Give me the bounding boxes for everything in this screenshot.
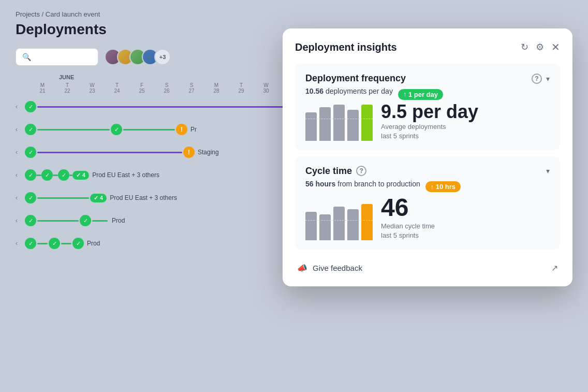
row-label-staging: Staging (198, 149, 219, 156)
cycle-bar-2 (319, 214, 331, 240)
cycle-dashed-line (305, 220, 373, 221)
cycle-bar-5-orange (361, 204, 373, 240)
day-W-30: W30 (254, 82, 278, 94)
day-M-21: M21 (30, 82, 55, 94)
cycle-time-help-icon[interactable]: ? (356, 166, 366, 176)
stat-big-cycle: 46 (381, 194, 435, 222)
row-label-prod-eu-2: Prod EU East + 3 others (110, 194, 177, 201)
deployment-frequency-card: Deployment frequency ? ▾ 10.56 deploymen… (295, 64, 560, 150)
cycle-bar-chart (305, 204, 373, 240)
check-node-9: ✓ (41, 169, 53, 181)
day-T-22: T22 (55, 82, 80, 94)
stat-big-deployments: 9.5 per day (381, 101, 478, 122)
day-M-28: M28 (204, 82, 229, 94)
refresh-icon[interactable]: ↻ (521, 41, 528, 53)
cycle-time-stat: 46 Median cycle timelast 5 sprints (381, 194, 435, 240)
cycle-time-trend-badge: ↑ 10 hrs (425, 181, 461, 192)
bar-4 (347, 110, 359, 141)
cycle-time-card: Cycle time ? ▾ 56 hours from branch to p… (295, 156, 560, 250)
deployment-insights-panel: Deployment insights ↻ ⚙ ✕ Deployment fre… (283, 28, 572, 286)
check-node-5: ✓ (25, 124, 36, 135)
bar-chart (305, 105, 373, 141)
cycle-time-title: Cycle time (305, 166, 352, 177)
cycle-time-chart (305, 204, 373, 240)
cycle-bar-4 (347, 209, 359, 240)
june-label: JUNE (33, 74, 306, 80)
dashed-line (305, 119, 373, 119)
cycle-time-card-body: 46 Median cycle timelast 5 sprints (305, 194, 550, 240)
chevron-down-icon[interactable]: ▾ (546, 75, 550, 83)
day-S-26: S26 (154, 82, 179, 94)
chevron-left-icon: ‹ (16, 217, 25, 224)
chevron-left-icon: ‹ (16, 240, 25, 247)
cycle-time-subtitle-row: 56 hours from branch to production ↑ 10 … (305, 180, 550, 194)
help-icon[interactable]: ? (532, 74, 542, 84)
bar-1 (305, 112, 317, 141)
feedback-text[interactable]: Give feedback (313, 264, 362, 272)
day-S-27: S27 (179, 82, 204, 94)
trend-up-icon: ↑ (403, 91, 406, 98)
close-icon[interactable]: ✕ (551, 41, 560, 53)
cycle-time-chevron-icon[interactable]: ▾ (546, 167, 550, 175)
chart-stat: 9.5 per day Average deploymentslast 5 sp… (381, 101, 478, 141)
warn-node-2: ! (183, 147, 195, 158)
card-body: 9.5 per day Average deploymentslast 5 sp… (305, 101, 550, 141)
check-node-13: ✓ (80, 215, 91, 226)
chevron-left-icon: ‹ (16, 103, 25, 110)
chevron-left-icon: ‹ (16, 194, 25, 201)
cycle-time-subtitle: 56 hours from branch to production (305, 180, 420, 188)
day-T-29: T29 (229, 82, 254, 94)
search-box[interactable]: 🔍 (16, 48, 98, 66)
avatars: +3 (105, 49, 171, 65)
day-F-25: F25 (129, 82, 154, 94)
settings-icon[interactable]: ⚙ (536, 41, 544, 53)
check-node-16: ✓ (72, 238, 84, 249)
check-node-15: ✓ (49, 238, 60, 249)
check-node-7: ✓ (25, 147, 36, 158)
cycle-bar-1 (305, 212, 317, 240)
chevron-left-icon: ‹ (16, 171, 25, 179)
feedback-row: 📣 Give feedback ↗ (295, 256, 560, 274)
check-node-8: ✓ (25, 169, 36, 181)
card-header: Deployment frequency ? ▾ (305, 73, 550, 84)
stat-sub-deployments: Average deploymentslast 5 sprints (381, 122, 478, 141)
feedback-left: 📣 Give feedback (297, 263, 362, 273)
panel-actions: ↻ ⚙ ✕ (521, 41, 560, 53)
bar-3 (333, 105, 345, 141)
row-label-prod-1: Prod (112, 217, 125, 224)
search-icon: 🔍 (22, 53, 31, 61)
trend-label: 1 per day (408, 91, 438, 98)
chevron-left-icon: ‹ (16, 126, 25, 133)
card-header-right: ? ▾ (532, 74, 550, 84)
row-label-prod-2: Prod (87, 240, 100, 247)
stat-sub-cycle: Median cycle timelast 5 sprints (381, 222, 435, 240)
deployment-frequency-title: Deployment frequency (305, 73, 406, 84)
bar-5-green (361, 105, 373, 141)
avatar-count: +3 (154, 49, 171, 65)
deployment-frequency-subtitle: 10.56 deployments per day (305, 87, 393, 95)
warn-node-1: ! (176, 124, 187, 135)
day-T-24: T24 (105, 82, 129, 94)
check-node-11: ✓ (25, 192, 36, 204)
check-node-14: ✓ (25, 238, 36, 249)
check-node-10: ✓ (58, 169, 69, 181)
row-label-prod-eu-1: Prod EU East + 3 others (92, 171, 159, 179)
bar-2 (319, 107, 331, 141)
external-link-icon[interactable]: ↗ (551, 263, 558, 273)
card-subtitle-row: 10.56 deployments per day ↑ 1 per day (305, 87, 550, 101)
cycle-trend-label: 10 hrs (436, 183, 455, 191)
row-label-2: Pr (190, 126, 197, 133)
cycle-time-card-header: Cycle time ? ▾ (305, 166, 550, 177)
badge-node-6: ✓ 4 (90, 194, 107, 202)
day-W-23: W23 (80, 82, 105, 94)
breadcrumb: Projects / Card launch event (16, 10, 572, 18)
chevron-left-icon: ‹ (16, 149, 25, 156)
cycle-bar-3 (333, 207, 345, 240)
deployment-chart (305, 105, 373, 141)
panel-title: Deployment insights (295, 41, 397, 53)
check-node-12: ✓ (25, 215, 36, 226)
badge-node-5: ✓ 4 (72, 171, 89, 180)
panel-header: Deployment insights ↻ ⚙ ✕ (295, 41, 560, 53)
cycle-trend-up-icon: ↑ (431, 183, 434, 191)
check-node-6: ✓ (111, 124, 122, 135)
